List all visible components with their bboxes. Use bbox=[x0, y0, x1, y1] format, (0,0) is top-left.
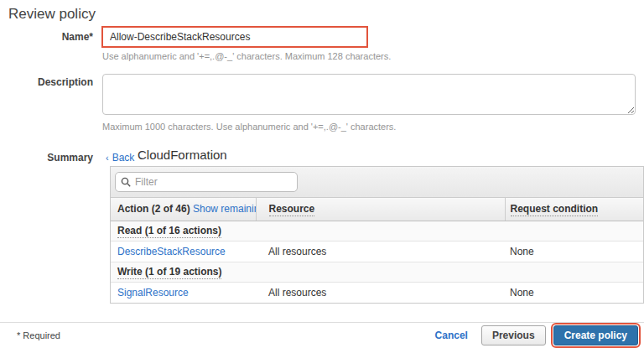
review-policy-page: Review policy Name* Use alphanumeric and… bbox=[0, 0, 644, 348]
name-label: Name* bbox=[0, 31, 93, 43]
previous-button[interactable]: Previous bbox=[481, 325, 546, 345]
filter-box[interactable] bbox=[115, 172, 298, 192]
resource-cell: All resources bbox=[256, 241, 505, 262]
create-policy-button[interactable]: Create policy bbox=[553, 325, 638, 345]
table-row: DescribeStackResource All resources None bbox=[111, 241, 643, 262]
request-condition-cell: None bbox=[505, 241, 643, 262]
name-helper-text: Use alphanumeric and '+=,.@-_' character… bbox=[102, 51, 391, 61]
footer-bar: * Required Cancel Previous Create policy bbox=[0, 322, 644, 348]
policy-summary-table: Action (2 of 46) Show remaining 44 Resou… bbox=[111, 198, 643, 303]
action-link-describestackresource[interactable]: DescribeStackResource bbox=[117, 246, 226, 257]
chevron-left-icon: ‹ bbox=[106, 153, 109, 163]
column-header-request-condition: Request condition bbox=[505, 198, 643, 221]
request-condition-cell: None bbox=[505, 282, 643, 303]
back-link[interactable]: ‹Back bbox=[106, 152, 134, 164]
table-row: SignalResource All resources None bbox=[111, 282, 643, 303]
description-label: Description bbox=[0, 76, 93, 88]
filter-bar bbox=[111, 167, 643, 198]
service-title: CloudFormation bbox=[138, 148, 227, 162]
column-header-resource: Resource bbox=[256, 198, 505, 221]
policy-description-textarea[interactable] bbox=[102, 74, 636, 115]
required-note: * Required bbox=[17, 330, 60, 340]
description-helper-text: Maximum 1000 characters. Use alphanumeri… bbox=[102, 122, 396, 132]
group-header-write: Write (1 of 19 actions) bbox=[117, 266, 221, 279]
summary-label: Summary bbox=[0, 152, 93, 164]
group-row-read: Read (1 of 16 actions) bbox=[111, 221, 643, 241]
back-link-label: Back bbox=[112, 152, 135, 164]
group-header-read: Read (1 of 16 actions) bbox=[117, 225, 221, 238]
resource-cell: All resources bbox=[256, 282, 505, 303]
show-remaining-link[interactable]: Show remaining 44 bbox=[193, 203, 256, 215]
search-icon bbox=[121, 177, 131, 187]
table-header-row: Action (2 of 46) Show remaining 44 Resou… bbox=[111, 198, 643, 221]
policy-name-input[interactable] bbox=[101, 26, 368, 48]
cancel-link[interactable]: Cancel bbox=[435, 330, 468, 341]
policy-summary-panel: Action (2 of 46) Show remaining 44 Resou… bbox=[110, 166, 644, 304]
action-count-label: Action (2 of 46) bbox=[117, 203, 190, 215]
group-row-write: Write (1 of 19 actions) bbox=[111, 262, 643, 282]
column-header-action: Action (2 of 46) Show remaining 44 bbox=[111, 198, 256, 221]
footer-actions: Cancel Previous Create policy bbox=[435, 325, 644, 345]
action-link-signalresource[interactable]: SignalResource bbox=[117, 287, 189, 299]
filter-input[interactable] bbox=[135, 176, 292, 188]
page-title: Review policy bbox=[8, 6, 96, 23]
